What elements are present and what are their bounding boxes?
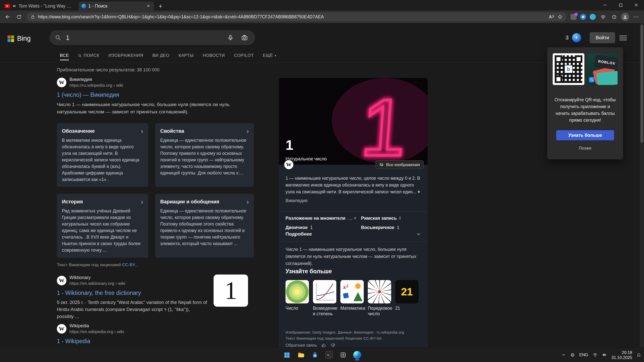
result-source[interactable]: W Wikipedia https://en.wikipedia.org › w… — [57, 323, 233, 334]
taskbar-clock[interactable]: 20:18 31.10.2025 — [611, 350, 632, 360]
knowledge-hero-image[interactable]: 1 1 Натуральное число — [279, 78, 428, 165]
history-icon[interactable] — [609, 12, 619, 22]
back-button[interactable] — [3, 12, 13, 22]
edge-icon[interactable] — [351, 349, 363, 361]
spreadsheet-app-icon[interactable] — [337, 349, 349, 361]
search-input[interactable] — [65, 34, 221, 42]
tile-image-mathematics[interactable]: x² — [340, 280, 364, 303]
microphone-icon[interactable] — [225, 33, 235, 43]
read-aloud-icon[interactable]: A — [549, 14, 554, 20]
tile-mathematics[interactable]: x² Математика — [340, 280, 364, 316]
start-button[interactable] — [281, 349, 293, 361]
knowledge-source-link[interactable]: Википедия — [286, 197, 421, 204]
hamburger-menu-icon[interactable] — [619, 34, 627, 42]
profile-avatar[interactable] — [620, 12, 630, 22]
rewards-counter[interactable]: 3 — [566, 33, 581, 42]
url-text[interactable]: https://www.bing.com/search?q=1&form=QBL… — [38, 14, 546, 20]
terminal-icon[interactable]: >_ — [323, 349, 335, 361]
microsoft-store-icon[interactable] — [309, 349, 321, 361]
fact-factorization[interactable]: Разложение на множители… + — [286, 216, 361, 221]
tab-search[interactable]: ПОИСК — [78, 53, 99, 58]
extension-icon-2[interactable] — [579, 12, 588, 22]
file-explorer-icon[interactable] — [295, 349, 307, 361]
tile-image-21[interactable]: 21 — [395, 280, 419, 303]
tile-21[interactable]: 21 21 — [395, 280, 419, 316]
tab-more[interactable]: ЕЩЁ▾ — [263, 53, 276, 58]
globe-icon[interactable] — [570, 353, 575, 357]
extension-icon-3[interactable] — [588, 12, 597, 22]
tab-maps[interactable]: КАРТЫ — [179, 53, 194, 58]
expand-button[interactable]: + — [418, 189, 420, 194]
tile-image-number[interactable] — [286, 280, 309, 303]
wifi-icon[interactable] — [593, 352, 597, 357]
thumb-up-icon[interactable] — [321, 343, 326, 347]
search-box[interactable] — [49, 30, 255, 45]
feedback-row[interactable]: Обратная связь — [286, 343, 335, 347]
later-link[interactable]: Позже — [547, 146, 623, 151]
fact-binary[interactable]: Двоичное1 — [286, 225, 361, 230]
address-bar[interactable]: https://www.bing.com/search?q=1&form=QBL… — [27, 12, 567, 21]
thumb-down-icon[interactable] — [331, 343, 335, 347]
notification-bell-icon[interactable] — [637, 353, 641, 357]
fact-roman[interactable]: Римская записьI — [361, 216, 421, 221]
speaker-icon[interactable] — [602, 352, 607, 357]
tile-ordinal-number[interactable]: Порядковое число — [368, 280, 391, 316]
source-url[interactable]: https://ru.wikipedia.org › wiki — [69, 83, 123, 88]
card-designation[interactable]: Обозначение› В математике инков единица … — [57, 123, 148, 187]
tab-audio-icon[interactable] — [12, 4, 16, 8]
extension-icon-1[interactable] — [569, 12, 578, 22]
card-properties[interactable]: Свойства› Единица — единственное положит… — [155, 123, 254, 187]
tab-all[interactable]: ВСЕ — [60, 53, 69, 58]
source-url[interactable]: https://en.wikipedia.org › wiki — [69, 329, 124, 334]
tab-bing-search[interactable]: 1 - Поиск ✕ — [78, 2, 154, 11]
rewards-icon[interactable] — [572, 33, 581, 42]
tile-number[interactable]: Число — [286, 280, 309, 316]
language-indicator[interactable]: ENG — [579, 352, 588, 357]
source-name[interactable]: Wiktionary — [69, 275, 125, 280]
tray-chevron-icon[interactable] — [562, 353, 566, 357]
lock-icon[interactable] — [31, 15, 35, 19]
visual-search-icon[interactable] — [239, 33, 250, 43]
tile-image-exponentiation[interactable] — [313, 280, 336, 303]
chevron-right-icon[interactable]: › — [247, 199, 249, 204]
result-title-link[interactable]: 1 - Wikipedia — [57, 338, 233, 345]
scrollbar-thumb[interactable] — [640, 25, 643, 143]
tile-exponentiation[interactable]: Возведение в степень — [313, 280, 336, 316]
tab-youtube[interactable]: Tom Waits - "Long Way Hom... — [2, 2, 77, 11]
fact-octal[interactable]: Восьмеричное1 — [361, 225, 421, 230]
result-title-link[interactable]: 1 (число) — Википедия — [57, 92, 258, 98]
license-link[interactable]: CC-BY... — [122, 262, 138, 267]
window-maximize-button[interactable] — [613, 0, 628, 10]
learn-more-button[interactable]: Узнать больше — [556, 130, 614, 140]
source-name[interactable]: Википедия — [69, 77, 123, 82]
more-menu-icon[interactable]: ⋯ — [631, 12, 641, 22]
window-close-button[interactable] — [628, 0, 644, 10]
chevron-right-icon[interactable]: › — [247, 129, 249, 134]
result-source[interactable]: W Википедия https://ru.wikipedia.org › w… — [57, 77, 258, 88]
result-title-link[interactable]: 1 - Wiktionary, the free dictionary — [57, 290, 213, 296]
chevron-right-icon[interactable]: › — [141, 129, 143, 134]
tile-image-ordinal[interactable] — [368, 280, 391, 303]
browser-essentials-icon[interactable] — [598, 12, 608, 22]
card-history[interactable]: История› Ряд знаменитых учёных Древней Г… — [57, 194, 148, 258]
result-thumbnail[interactable]: 1 — [214, 275, 248, 307]
window-minimize-button[interactable] — [597, 0, 613, 10]
source-name[interactable]: Wikipedia — [69, 323, 124, 329]
sign-in-button[interactable]: Войти — [590, 32, 615, 43]
tab-copilot[interactable]: COPILOT — [234, 53, 254, 58]
refresh-button[interactable] — [14, 12, 24, 22]
card-variations[interactable]: Вариации и обобщения› Единица — единстве… — [155, 194, 254, 258]
tab-news[interactable]: НОВОСТИ — [203, 53, 225, 58]
source-url[interactable]: https://en.wiktionary.org › wiki — [69, 281, 125, 286]
roblox-card: ROBLOX — [594, 55, 618, 70]
result-source[interactable]: W Wiktionary https://en.wiktionary.org ›… — [57, 275, 213, 286]
details-toggle[interactable]: Подробнее — [286, 231, 421, 237]
tab-images[interactable]: ИЗОБРАЖЕНИЯ — [108, 53, 143, 58]
favorite-star-icon[interactable] — [557, 14, 562, 19]
new-tab-button[interactable]: + — [156, 2, 165, 11]
tab-close-icon[interactable]: ✕ — [146, 4, 151, 8]
tab-video[interactable]: ВИ ДЕО — [152, 53, 170, 58]
all-images-button[interactable]: Все изображения — [376, 160, 424, 169]
bing-logo[interactable]: Bing — [8, 35, 31, 42]
chevron-right-icon[interactable]: › — [141, 199, 143, 204]
